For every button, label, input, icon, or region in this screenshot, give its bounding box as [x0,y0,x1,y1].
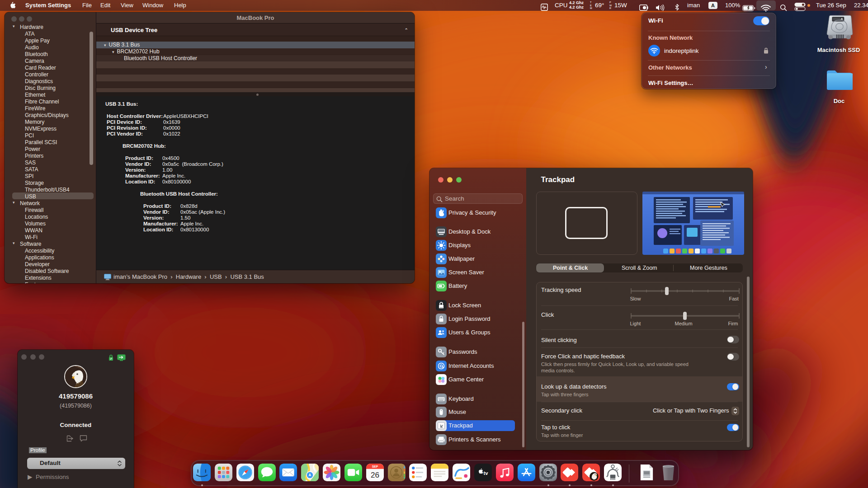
svg-text:26: 26 [371,471,379,479]
svg-text:SEP: SEP [372,465,378,468]
svg-text:tv: tv [483,470,488,476]
